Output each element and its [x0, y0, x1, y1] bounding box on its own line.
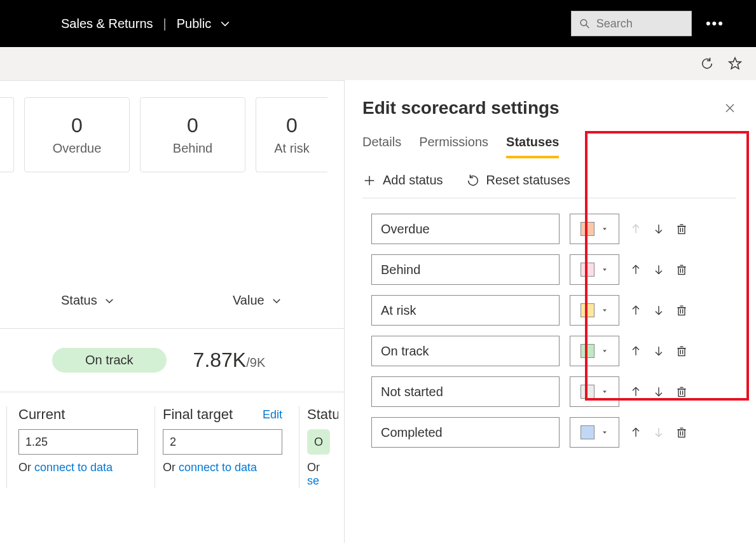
current-input[interactable]	[18, 429, 138, 455]
app-header: Sales & Returns | Public •••	[0, 0, 756, 47]
reset-icon	[466, 174, 480, 188]
status-color-picker[interactable]	[570, 214, 619, 244]
status-row: On track	[371, 336, 736, 366]
panel-title: Edit scorecard settings	[362, 98, 560, 118]
close-icon[interactable]	[724, 102, 736, 114]
current-title: Current	[18, 406, 65, 423]
status-name-input[interactable]: Not started	[371, 376, 560, 407]
move-up-icon[interactable]	[629, 304, 642, 317]
stat-card-overdue[interactable]: 0 Overdue	[24, 97, 130, 172]
status-color-picker[interactable]	[570, 254, 619, 285]
connect-to-data-link[interactable]: connect to data	[34, 461, 113, 474]
caret-down-icon	[601, 266, 608, 273]
tab-details[interactable]: Details	[362, 135, 401, 158]
move-down-icon	[652, 426, 665, 439]
caret-down-icon	[601, 306, 608, 314]
star-icon[interactable]	[728, 57, 742, 71]
delete-icon[interactable]	[675, 263, 688, 276]
chevron-down-icon[interactable]	[219, 17, 231, 30]
current-or: Or connect to data	[18, 461, 138, 474]
move-down-icon[interactable]	[652, 304, 665, 317]
final-target-input[interactable]	[163, 429, 282, 455]
color-swatch	[581, 263, 594, 277]
move-down-icon[interactable]	[652, 345, 665, 357]
search-box[interactable]	[571, 11, 692, 36]
status-name-input[interactable]: Overdue	[371, 214, 560, 244]
delete-icon[interactable]	[675, 345, 688, 357]
stat-number: 0	[71, 114, 83, 137]
current-card: Current Or connect to data	[6, 406, 146, 488]
col-header-status[interactable]: Status	[61, 293, 97, 308]
metric-value: 7.87K/9K	[193, 348, 266, 372]
workspace-visibility[interactable]: Public	[177, 17, 211, 31]
chevron-down-icon[interactable]	[104, 295, 115, 306]
edit-link[interactable]: Edit	[263, 408, 282, 422]
stat-card-behind[interactable]: 0 Behind	[140, 97, 245, 172]
stat-label: Behind	[173, 141, 212, 156]
status-color-picker[interactable]	[570, 295, 619, 326]
color-swatch	[581, 385, 594, 399]
reset-statuses-button[interactable]: Reset statuses	[466, 173, 570, 188]
status-edit-card: Statu O Or se	[299, 406, 338, 488]
move-down-icon[interactable]	[652, 223, 665, 235]
search-icon	[579, 17, 590, 30]
settings-panel: Edit scorecard settings Details Permissi…	[344, 80, 756, 543]
status-chip[interactable]: O	[307, 429, 330, 455]
move-up-icon[interactable]	[629, 263, 642, 276]
delete-icon[interactable]	[675, 223, 688, 235]
caret-down-icon	[601, 225, 608, 233]
stat-number: 0	[187, 114, 198, 137]
status-name-input[interactable]: On track	[371, 336, 560, 366]
delete-icon[interactable]	[675, 426, 688, 439]
status-name-input[interactable]: Behind	[371, 254, 560, 285]
connect-to-data-link[interactable]: connect to data	[179, 461, 257, 474]
move-up-icon[interactable]	[629, 426, 642, 439]
tab-permissions[interactable]: Permissions	[419, 135, 488, 158]
color-swatch	[581, 344, 594, 358]
plus-icon	[362, 174, 376, 188]
status-pill[interactable]: On track	[52, 348, 167, 373]
final-target-or: Or connect to data	[163, 461, 282, 474]
col-header-value[interactable]: Value	[233, 293, 265, 308]
move-down-icon[interactable]	[652, 385, 665, 398]
move-up-icon	[629, 223, 642, 235]
color-swatch	[581, 222, 594, 236]
move-up-icon[interactable]	[629, 345, 642, 357]
status-color-picker[interactable]	[570, 376, 619, 407]
final-target-title: Final target	[163, 406, 233, 423]
stat-card-atrisk[interactable]: 0 At risk	[256, 97, 327, 172]
brand-divider: |	[163, 17, 167, 31]
status-list: Overdue Behind At risk On track	[362, 214, 736, 448]
status-row: Completed	[371, 417, 736, 448]
caret-down-icon	[601, 347, 608, 355]
stat-label: At risk	[274, 141, 310, 156]
status-color-picker[interactable]	[570, 336, 619, 366]
refresh-icon[interactable]	[700, 57, 714, 71]
tab-statuses[interactable]: Statuses	[506, 135, 559, 158]
scorecard-canvas: 0 Overdue 0 Behind 0 At risk Status Valu…	[0, 80, 344, 543]
delete-icon[interactable]	[675, 385, 688, 398]
stat-card-partial	[0, 97, 14, 172]
chevron-down-icon[interactable]	[271, 295, 282, 306]
move-up-icon[interactable]	[629, 385, 642, 398]
status-row: At risk	[371, 295, 736, 326]
caret-down-icon	[601, 429, 608, 436]
add-status-button[interactable]: Add status	[362, 173, 443, 188]
stat-label: Overdue	[53, 141, 102, 156]
status-color-picker[interactable]	[570, 417, 619, 448]
status-name-input[interactable]: Completed	[371, 417, 560, 448]
more-menu[interactable]: •••	[706, 15, 724, 32]
delete-icon[interactable]	[675, 304, 688, 317]
status-name-input[interactable]: At risk	[371, 295, 560, 326]
move-down-icon[interactable]	[652, 263, 665, 276]
status-row: Overdue	[371, 214, 736, 244]
sub-toolbar	[0, 47, 756, 80]
final-target-card: Final target Edit Or connect to data	[155, 406, 290, 488]
status-row: Not started	[371, 376, 736, 407]
color-swatch	[581, 425, 594, 439]
search-input[interactable]	[596, 17, 684, 31]
status-edit-title: Statu	[307, 406, 338, 423]
settings-tabs: Details Permissions Statuses	[362, 135, 736, 159]
status-edit-or: Or se	[307, 461, 331, 488]
connect-to-data-link[interactable]: se	[307, 474, 319, 487]
